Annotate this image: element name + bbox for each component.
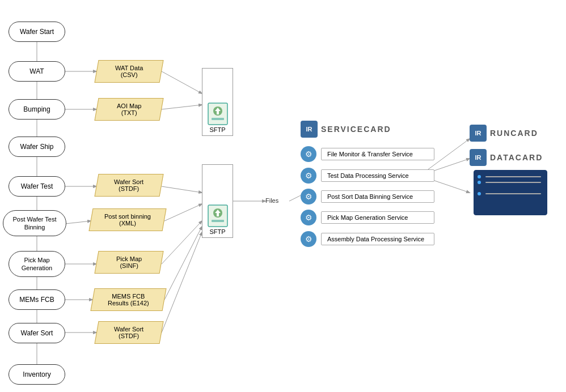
- svg-line-22: [162, 232, 202, 333]
- svg-line-19: [164, 204, 202, 221]
- wafer-sort-stdf2-para: Wafer Sort(STDF): [94, 321, 163, 344]
- datacard-label: DATACARD: [490, 153, 543, 162]
- svg-line-16: [162, 71, 202, 93]
- gear-icon-3: ⚙: [301, 189, 316, 204]
- svg-line-12: [65, 221, 91, 224]
- service-label-2: Test Data Processing Service: [321, 169, 434, 182]
- wat-label: WAT: [29, 67, 44, 75]
- wafer-ship-node: Wafer Ship: [9, 137, 65, 157]
- sftp-label-1: SFTP: [209, 126, 225, 133]
- service-label-1: File Monitor & Transfer Service: [321, 148, 434, 160]
- server-line-3: [485, 193, 541, 194]
- wat-node: WAT: [9, 61, 65, 82]
- svg-line-18: [162, 186, 202, 193]
- inventory-node: Inventory: [9, 364, 65, 385]
- server-line-2: [485, 182, 541, 183]
- sftp-icon-2: [206, 203, 229, 228]
- sftp-icon-1: [206, 101, 229, 126]
- post-wafer-label: Post Wafer TestBinning: [12, 215, 56, 232]
- svg-line-20: [162, 221, 202, 264]
- wafer-start-node: Wafer Start: [9, 22, 65, 42]
- svg-line-17: [162, 105, 202, 109]
- gear-icon-2: ⚙: [301, 168, 316, 184]
- service-item-2: ⚙ Test Data Processing Service: [301, 168, 434, 184]
- server-dot-1: [478, 175, 481, 178]
- service-item-5: ⚙ Assembly Data Processing Service: [301, 231, 434, 247]
- gear-icon-1: ⚙: [301, 146, 316, 162]
- diagram: Wafer Start WAT Bumping Wafer Ship Wafer…: [0, 0, 566, 392]
- svg-rect-30: [212, 118, 224, 120]
- service-item-3: ⚙ Post Sort Data Binning Service: [301, 189, 434, 204]
- pick-map-label: Pick MapGeneration: [22, 256, 52, 272]
- datacard-ir-badge: IR: [470, 149, 487, 166]
- pick-map-node: Pick MapGeneration: [9, 251, 65, 277]
- service-item-1: ⚙ File Monitor & Transfer Service: [301, 146, 434, 162]
- wafer-sort-label: Wafer Sort: [21, 329, 53, 337]
- wafer-ship-label: Wafer Ship: [20, 143, 54, 151]
- bumping-label: Bumping: [23, 105, 50, 113]
- service-label-4: Pick Map Generation Service: [321, 211, 434, 224]
- mems-fcb-label: MEMs FCB: [19, 296, 54, 304]
- servicecard-ir-badge: IR: [301, 121, 318, 138]
- runcard-label: RUNCARD: [490, 129, 538, 138]
- svg-rect-33: [212, 220, 224, 222]
- servicecard-label: SERVICECARD: [321, 125, 391, 134]
- pick-map-sinf-para: Pick Map(SINF): [94, 251, 163, 274]
- runcard-ir-badge: IR: [470, 125, 487, 142]
- gear-icon-5: ⚙: [301, 231, 316, 247]
- server-line-1: [485, 176, 541, 177]
- service-item-4: ⚙ Pick Map Generation Service: [301, 210, 434, 225]
- aoi-map-para: AOI Map(TXT): [94, 98, 163, 121]
- wafer-sort-stdf-para: Wafer Sort(STDF): [94, 174, 163, 197]
- mems-fcb-results-para: MEMS FCBResults (E142): [90, 288, 166, 311]
- svg-line-21: [164, 227, 202, 300]
- wafer-test-label: Wafer Test: [21, 182, 53, 190]
- datacard-logo: IR DATACARD: [470, 149, 543, 166]
- gear-icon-4: ⚙: [301, 210, 316, 225]
- sftp-label-2: SFTP: [209, 228, 225, 235]
- sftp-box-2: SFTP: [202, 164, 233, 238]
- servicecard-header: IR SERVICECARD: [301, 121, 391, 138]
- post-wafer-node: Post Wafer TestBinning: [3, 210, 66, 236]
- inventory-label: Inventory: [23, 370, 50, 378]
- post-sort-binning-para: Post sort binning(XML): [88, 208, 166, 231]
- sftp-box-1: SFTP: [202, 68, 233, 136]
- wafer-start-label: Wafer Start: [20, 28, 54, 36]
- server-dot-2: [478, 181, 481, 184]
- wat-data-para: WAT Data(CSV): [94, 60, 163, 83]
- service-label-5: Assembly Data Processing Service: [321, 233, 434, 245]
- server-dot-3: [478, 192, 481, 195]
- svg-line-24: [289, 195, 301, 201]
- server-box: [474, 170, 547, 215]
- wafer-test-node: Wafer Test: [9, 176, 65, 197]
- mems-fcb-node: MEMs FCB: [9, 289, 65, 310]
- files-label: Files: [265, 197, 278, 204]
- wafer-sort-node: Wafer Sort: [9, 323, 65, 343]
- bumping-node: Bumping: [9, 99, 65, 120]
- runcard-logo: IR RUNCARD: [470, 125, 538, 142]
- service-label-3: Post Sort Data Binning Service: [321, 190, 434, 203]
